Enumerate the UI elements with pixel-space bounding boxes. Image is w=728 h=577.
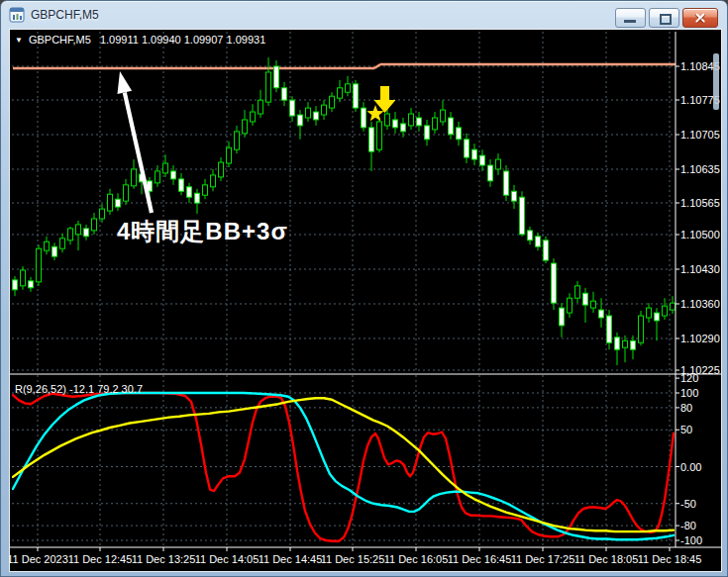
- annotation-text[interactable]: 4時間足BB+3σ: [117, 216, 288, 247]
- svg-text:80: 80: [680, 402, 692, 414]
- window-controls: [615, 8, 718, 28]
- window-title: GBPCHF,M5: [31, 8, 99, 22]
- svg-text:1.10705: 1.10705: [680, 129, 720, 141]
- svg-text:1.10635: 1.10635: [680, 163, 720, 175]
- svg-text:1.10565: 1.10565: [680, 197, 720, 209]
- minimize-button[interactable]: [615, 8, 646, 28]
- chart-window: GBPCHF,M5 1.108451.107751.107051.106351.…: [0, 0, 728, 577]
- svg-text:50: 50: [680, 424, 692, 435]
- scrollbar-thumb[interactable]: [713, 53, 719, 110]
- svg-text:-100: -100: [680, 534, 702, 546]
- svg-text:-50: -50: [680, 498, 696, 510]
- svg-text:1.10500: 1.10500: [680, 229, 720, 240]
- svg-text:1.10360: 1.10360: [680, 298, 720, 310]
- svg-text:0.00: 0.00: [680, 461, 701, 473]
- chart-header[interactable]: ▼ GBPCHF,M5 1.09911 1.09940 1.09907 1.09…: [15, 34, 265, 46]
- indicator-axis-labels[interactable]: 12010080500.00-50-80-100: [680, 372, 702, 546]
- restore-button[interactable]: [649, 8, 679, 28]
- svg-text:1.10290: 1.10290: [680, 333, 720, 344]
- svg-text:100: 100: [680, 387, 698, 399]
- svg-text:11 Dec 13:25: 11 Dec 13:25: [132, 553, 196, 565]
- svg-text:11 Dec 16:05: 11 Dec 16:05: [384, 553, 449, 565]
- svg-text:11 Dec 18:45: 11 Dec 18:45: [638, 553, 702, 565]
- svg-text:11 Dec 14:45: 11 Dec 14:45: [259, 553, 323, 565]
- svg-text:1.10430: 1.10430: [680, 263, 720, 275]
- svg-text:11 Dec 2023: 11 Dec 2023: [10, 553, 68, 565]
- minimize-icon: [624, 20, 636, 23]
- chart-client-area[interactable]: 1.108451.107751.107051.106351.105651.105…: [9, 29, 722, 572]
- chart-canvas[interactable]: 1.108451.107751.107051.106351.105651.105…: [10, 30, 721, 571]
- chevron-down-icon[interactable]: ▼: [15, 36, 23, 45]
- restore-icon: [660, 14, 672, 25]
- svg-text:11 Dec 17:25: 11 Dec 17:25: [511, 553, 575, 565]
- titlebar[interactable]: GBPCHF,M5: [1, 1, 727, 28]
- indicator-plot-surface[interactable]: [12, 375, 676, 547]
- chart-symbol-label: GBPCHF,M5: [29, 34, 91, 46]
- chart-plot-surface[interactable]: [12, 32, 676, 374]
- svg-text:11 Dec 18:05: 11 Dec 18:05: [574, 553, 639, 565]
- svg-text:120: 120: [680, 372, 698, 384]
- svg-text:11 Dec 12:45: 11 Dec 12:45: [68, 553, 133, 565]
- time-axis-labels[interactable]: 11 Dec 202311 Dec 12:4511 Dec 13:2511 De…: [10, 553, 701, 565]
- close-button[interactable]: [682, 8, 718, 28]
- window-icon: [9, 7, 25, 23]
- svg-text:11 Dec 16:45: 11 Dec 16:45: [448, 553, 512, 565]
- svg-text:-80: -80: [680, 520, 696, 531]
- chart-ohlc-values: 1.09911 1.09940 1.09907 1.09931: [100, 34, 265, 46]
- svg-text:11 Dec 14:05: 11 Dec 14:05: [195, 553, 260, 565]
- indicator-label: R(9,26,52) -12.1 79.2 30.7: [15, 383, 143, 395]
- svg-text:11 Dec 15:25: 11 Dec 15:25: [321, 553, 385, 565]
